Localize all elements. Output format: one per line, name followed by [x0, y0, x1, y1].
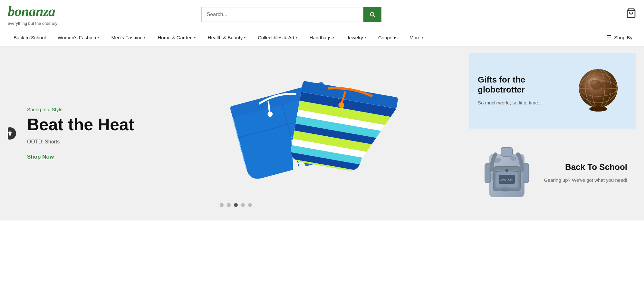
nav-item-coupons[interactable]: Coupons [372, 29, 404, 46]
nav-shop-by[interactable]: ☰ Shop By [602, 34, 636, 41]
nav-item-collectibles-art[interactable]: Collectibles & Art ▾ [252, 29, 303, 46]
search-button[interactable] [363, 7, 381, 22]
promo-card-globetrotter-image [569, 65, 627, 117]
promo-card-globetrotter-desc: So much world, so little time... [478, 99, 569, 107]
carousel-dot-4[interactable] [241, 203, 245, 207]
chevron-down-icon: ▾ [422, 35, 424, 40]
hero-image-area [167, 53, 464, 214]
main-content: Spring Into Style Beat the Heat OOTD: Sh… [0, 46, 644, 220]
promo-card-globetrotter-text: Gifts for the globetrotter So much world… [478, 75, 569, 107]
chevron-down-icon: ▾ [244, 35, 246, 40]
shorts-image [222, 59, 409, 208]
promo-card-school-text: Back To School Gearing up? We've got wha… [536, 162, 627, 184]
svg-text:JANSPORT: JANSPORT [500, 178, 514, 181]
cart-svg [626, 8, 636, 18]
nav-item-more[interactable]: More ▾ [404, 29, 430, 46]
carousel-dot-2[interactable] [227, 203, 231, 207]
accessibility-icon [8, 130, 14, 137]
svg-point-38 [491, 172, 496, 180]
hero-banner: Spring Into Style Beat the Heat OOTD: Sh… [8, 53, 464, 214]
logo[interactable]: bonanza [8, 3, 79, 20]
svg-point-2 [9, 131, 11, 132]
nav-item-mens-fashion[interactable]: Men's Fashion ▾ [105, 29, 152, 46]
svg-text:bonanza: bonanza [8, 4, 55, 18]
hero-text-area: Spring Into Style Beat the Heat OOTD: Sh… [27, 107, 134, 160]
nav-item-womens-fashion[interactable]: Women's Fashion ▾ [52, 29, 105, 46]
svg-point-30 [505, 169, 508, 172]
chevron-down-icon: ▾ [97, 35, 99, 40]
search-area [201, 7, 381, 22]
logo-tagline: everything but the ordinary [8, 21, 79, 26]
promo-card-school-image: JANSPORT [478, 141, 536, 205]
carousel-dots [220, 203, 252, 207]
chevron-down-icon: ▾ [333, 35, 335, 40]
nav-item-jewelry[interactable]: Jewelry ▾ [341, 29, 372, 46]
header-right [626, 8, 636, 21]
chevron-down-icon: ▾ [296, 35, 298, 40]
hero-subtitle: Spring Into Style [27, 107, 134, 112]
hero-title: Beat the Heat [27, 115, 134, 134]
backpack-svg: JANSPORT [481, 141, 533, 205]
carousel-dot-5[interactable] [248, 203, 252, 207]
chevron-down-icon: ▾ [364, 35, 366, 40]
right-sidebar: Gifts for the globetrotter So much world… [469, 53, 636, 214]
carousel-dot-3[interactable] [234, 203, 238, 207]
nav-item-back-to-school[interactable]: Back to School [8, 29, 52, 46]
svg-point-37 [501, 186, 510, 192]
carousel-dot-1[interactable] [220, 203, 224, 207]
svg-rect-27 [501, 147, 513, 156]
search-input[interactable] [201, 7, 363, 22]
logo-svg: bonanza [8, 3, 69, 18]
promo-card-globetrotter[interactable]: Gifts for the globetrotter So much world… [469, 53, 636, 129]
cart-icon[interactable] [626, 8, 636, 21]
nav-item-home-garden[interactable]: Home & Garden ▾ [152, 29, 202, 46]
promo-card-globetrotter-title: Gifts for the globetrotter [478, 75, 569, 95]
promo-card-school-title: Back To School [542, 162, 627, 172]
search-icon [369, 11, 376, 18]
shop-now-link[interactable]: Shop Now [27, 154, 54, 160]
promo-card-school[interactable]: JANSPORT Back To School Gearing up? We'v… [469, 133, 636, 213]
svg-rect-24 [596, 107, 601, 110]
header: bonanza everything but the ordinary [0, 0, 644, 29]
globe-svg [572, 65, 624, 117]
chevron-down-icon: ▾ [194, 35, 196, 40]
hamburger-icon: ☰ [606, 34, 611, 41]
nav-item-handbags[interactable]: Handbags ▾ [304, 29, 341, 46]
promo-card-school-desc: Gearing up? We've got what you need! [542, 177, 627, 184]
logo-area: bonanza everything but the ordinary [8, 3, 79, 26]
chevron-down-icon: ▾ [144, 35, 146, 40]
hero-ootd: OOTD: Shorts [27, 139, 134, 145]
nav-bar: Back to School Women's Fashion ▾ Men's F… [0, 29, 644, 46]
accessibility-button[interactable] [8, 127, 16, 140]
nav-item-health-beauty[interactable]: Health & Beauty ▾ [202, 29, 252, 46]
